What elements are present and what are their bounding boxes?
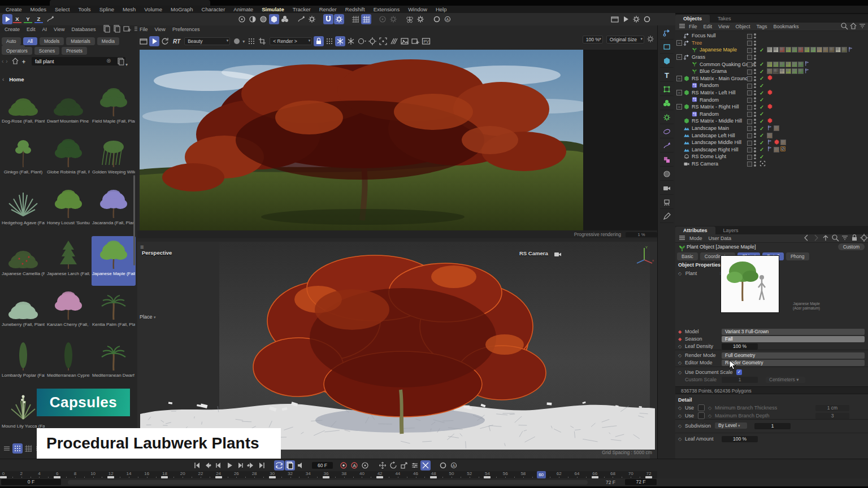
object-row[interactable]: Random✓ bbox=[675, 111, 868, 118]
rt-label[interactable]: RT bbox=[173, 38, 180, 45]
go-end-icon[interactable] bbox=[257, 460, 267, 470]
attr-tab-layers[interactable]: Layers bbox=[715, 226, 747, 234]
enabled-check-icon[interactable]: ✓ bbox=[760, 90, 764, 96]
focus-scene-icon[interactable] bbox=[378, 36, 388, 46]
display-flag-icon[interactable] bbox=[804, 60, 810, 68]
render-target-dropdown[interactable]: < Render > bbox=[270, 37, 312, 45]
asset-plant-card[interactable]: Globe Robinia (Fall, Pl... bbox=[46, 134, 90, 184]
viewport-label[interactable]: Perspective bbox=[142, 250, 172, 256]
material-swatch[interactable] bbox=[810, 47, 816, 53]
layer-square-icon[interactable] bbox=[747, 112, 752, 117]
up-icon[interactable] bbox=[821, 233, 830, 243]
sound-icon[interactable] bbox=[296, 460, 306, 470]
material-swatch[interactable] bbox=[779, 68, 785, 74]
material-swatch[interactable] bbox=[823, 47, 828, 53]
layer-square-icon[interactable] bbox=[747, 147, 752, 152]
key-move-icon[interactable] bbox=[377, 460, 388, 470]
material-swatch[interactable] bbox=[829, 47, 835, 53]
timeline-ruler[interactable]: 0246810121416182022242628303234363840424… bbox=[0, 471, 657, 478]
visibility-dots[interactable] bbox=[754, 126, 756, 132]
enabled-check-icon[interactable]: ✓ bbox=[760, 47, 764, 53]
om-menu-view[interactable]: View bbox=[718, 24, 729, 29]
auto-key-icon[interactable] bbox=[420, 460, 431, 470]
visibility-dots[interactable] bbox=[754, 41, 756, 47]
enabled-check-icon[interactable]: ✓ bbox=[760, 154, 764, 160]
material-swatch[interactable] bbox=[835, 47, 841, 53]
breadcrumb-back-icon[interactable]: ‹ bbox=[2, 76, 4, 82]
key-rotate-icon[interactable] bbox=[388, 460, 398, 470]
category-tab-operators[interactable]: Operators bbox=[2, 47, 32, 55]
redshift-tag-icon[interactable] bbox=[774, 139, 780, 146]
object-row[interactable]: –RS Matrix - Main Ground✓ bbox=[675, 75, 868, 82]
text-icon[interactable]: T bbox=[660, 69, 674, 82]
snowflake-icon[interactable] bbox=[346, 36, 356, 46]
camera-active-icon[interactable] bbox=[760, 160, 766, 168]
null-object-icon[interactable] bbox=[660, 27, 674, 40]
magnet-gear-icon[interactable] bbox=[334, 14, 344, 24]
use-checkbox[interactable] bbox=[698, 412, 705, 419]
category-tab-scenes[interactable]: Scenes bbox=[34, 47, 59, 55]
expander-icon[interactable]: – bbox=[676, 90, 682, 95]
asset-plant-card[interactable]: Kentia Palm (Fall, Plant) bbox=[92, 287, 136, 337]
subdivision-value-field[interactable]: 1 bbox=[754, 423, 791, 429]
home-icon[interactable] bbox=[11, 56, 20, 67]
circle-select-icon[interactable] bbox=[357, 36, 367, 46]
butterfly-gear-icon[interactable] bbox=[415, 14, 426, 24]
material-swatch[interactable] bbox=[785, 68, 791, 74]
package-icon[interactable] bbox=[116, 61, 125, 67]
column-view-icon[interactable] bbox=[23, 443, 33, 454]
asset-menu-view[interactable]: View bbox=[54, 27, 64, 32]
asset-plant-card[interactable]: Mediterranean Cypres... bbox=[46, 338, 90, 387]
om-hamburger-icon[interactable] bbox=[678, 21, 687, 32]
material-swatch[interactable] bbox=[785, 62, 791, 67]
layer-square-icon[interactable] bbox=[747, 119, 752, 124]
menu-render[interactable]: Render bbox=[319, 6, 337, 12]
material-swatch[interactable] bbox=[767, 47, 772, 53]
dim-disc-icon[interactable] bbox=[377, 14, 388, 24]
layer-square-icon[interactable] bbox=[747, 155, 752, 160]
enabled-check-icon[interactable]: ✓ bbox=[760, 132, 764, 138]
category-tab-presets[interactable]: Presets bbox=[62, 47, 87, 55]
object-row[interactable]: Random✓ bbox=[675, 82, 868, 89]
volume-icon[interactable] bbox=[660, 168, 674, 181]
plane-icon[interactable] bbox=[660, 41, 674, 54]
material-swatch[interactable] bbox=[773, 47, 779, 53]
object-row[interactable]: RS Matrix - Middle Hill✓ bbox=[675, 117, 868, 125]
param-checkbox[interactable]: ✓ bbox=[736, 369, 742, 375]
magnet-icon[interactable] bbox=[323, 14, 333, 24]
filter-icon[interactable] bbox=[858, 21, 867, 32]
object-row[interactable]: Landscape Middle Hill✓ bbox=[675, 139, 868, 146]
generator-gear-icon[interactable] bbox=[660, 111, 674, 124]
expander-icon[interactable]: – bbox=[676, 76, 682, 81]
back-icon[interactable]: ‹ bbox=[2, 58, 3, 64]
display-flag-icon[interactable] bbox=[767, 146, 773, 153]
om-menu-bookmarks[interactable]: Bookmarks bbox=[773, 24, 798, 29]
filter-tab-materials[interactable]: Materials bbox=[66, 37, 94, 45]
detail-param-field[interactable]: 3 bbox=[815, 413, 849, 419]
list-view-icon[interactable] bbox=[2, 443, 12, 454]
tracer-icon[interactable] bbox=[660, 140, 674, 152]
use-checkbox[interactable] bbox=[698, 404, 705, 411]
back-icon[interactable] bbox=[802, 233, 811, 243]
forward-icon[interactable] bbox=[811, 233, 821, 243]
asset-plant-card[interactable]: Japanese Maple (Fall, ... bbox=[92, 236, 136, 286]
menu-mograph[interactable]: MoGraph bbox=[171, 6, 193, 12]
pv-icon[interactable]: PV bbox=[421, 36, 431, 46]
visibility-dots[interactable] bbox=[754, 55, 756, 61]
target-icon[interactable] bbox=[860, 233, 868, 243]
cluster-icon[interactable] bbox=[660, 97, 674, 110]
material-swatch[interactable] bbox=[798, 47, 804, 53]
layer-square-icon[interactable] bbox=[747, 69, 752, 75]
material-swatch[interactable] bbox=[792, 62, 797, 67]
stack-icon[interactable] bbox=[102, 24, 111, 34]
beauty-dropdown[interactable]: Beauty bbox=[184, 37, 230, 45]
enabled-check-icon[interactable]: ✓ bbox=[760, 82, 764, 89]
prev-frame-icon[interactable] bbox=[214, 460, 224, 470]
material-swatch[interactable] bbox=[841, 47, 847, 53]
ring-a-icon[interactable]: A bbox=[442, 14, 453, 24]
menu-modes[interactable]: Modes bbox=[31, 6, 47, 12]
next-frame-icon[interactable] bbox=[235, 460, 245, 470]
record-auto-icon[interactable]: A bbox=[349, 460, 359, 470]
axis-y-button[interactable]: Y bbox=[24, 16, 32, 23]
hierarchy-icon[interactable] bbox=[296, 14, 306, 24]
